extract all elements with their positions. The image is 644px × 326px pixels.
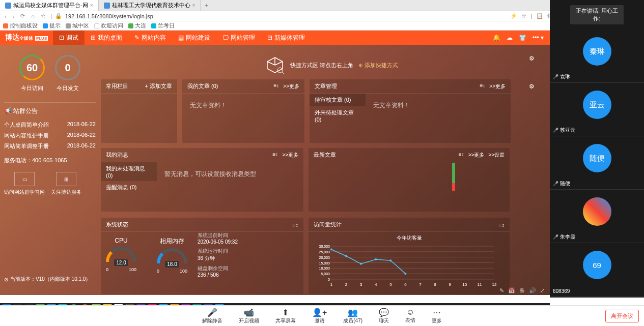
svg-text:10,000: 10,000 [319,266,330,270]
close-icon[interactable]: × [90,3,93,8]
debug-icon: ⊡ [59,34,64,41]
shirt-icon[interactable]: 👕 [519,34,526,41]
bell-icon[interactable]: 🔔 [493,34,500,41]
bookmark-icon[interactable]: ☆ [521,13,526,19]
edit-icon[interactable]: ✎ [499,287,504,294]
chat-button[interactable]: 💬聊天 [379,308,389,324]
nav-desktop[interactable]: ⊞我的桌面 [85,31,128,45]
monitor-icon: 🖵 [222,34,229,41]
gear-icon[interactable]: ⚙ [529,55,535,62]
add-article-link[interactable]: + 添加文章 [145,82,172,90]
bookmark-item[interactable]: 兰考日 [151,22,175,29]
cube-icon [265,55,285,75]
address-bar: ‹ › ⟳ ⌂ ☆ | 🔒 192.168.1.56:8080/system/l… [0,11,644,21]
more-link[interactable]: >>更多 [489,83,506,90]
nav-build[interactable]: ▤网站建设 [172,31,216,45]
more-icon: ⋯ [432,308,442,317]
tab-1[interactable]: 城运局校全媒体群管理平台-网× [0,0,99,11]
visit-stats-card: 访问量统计≡↕ 今年访客量 05,00010,00015,00020,00025… [309,218,510,294]
list-icon[interactable]: ≡↕ [273,83,279,90]
tab-unread[interactable]: 我的未处理消息 (0) [101,162,157,181]
more-link[interactable]: >>更多 [468,152,485,159]
visit-chart: 05,00010,00015,00020,00025,00030,0001234… [314,244,497,287]
share-button[interactable]: ⬆共享屏幕 [275,308,296,324]
nav-media[interactable]: ⊟新媒体管理 [261,31,311,45]
lightning-icon[interactable]: ⚡ [510,13,517,19]
bookmark-item[interactable]: 控制面板设 [3,22,38,29]
print-icon[interactable]: 🖶 [519,287,525,294]
add-shortcut-link[interactable]: ⊕ 添加快捷方式 [358,62,398,69]
posts-gauge: 0 今日发文 [55,55,80,92]
participant[interactable]: 🎤朱李霞 [550,190,644,243]
svg-text:2: 2 [345,282,348,287]
more-link[interactable]: >>更多 [282,152,298,159]
shortcut-area: 快捷方式区 请点击右上角 ⊕ 添加快捷方式 [265,55,398,75]
nav-content[interactable]: ✎网站内容 [128,31,172,45]
close-icon[interactable]: × [192,3,195,8]
common-columns-card: 常用栏目+ 添加文章 [101,79,177,143]
empty-text: 暂无消息，可以设置接收消息类型 [157,162,264,212]
svg-text:0: 0 [328,278,330,281]
home-button[interactable]: ⌂ [30,13,36,19]
announce-item[interactable]: 个人桌面简单介绍2018-06-22 [4,120,96,130]
invite-button[interactable]: 👤+邀请 [312,308,327,324]
participant[interactable]: 69 608369 [550,243,644,297]
announce-item[interactable]: 网站内容维护手册2018-06-22 [4,130,96,141]
back-button[interactable]: ‹ [3,13,8,19]
scroll-indicator[interactable] [452,183,455,191]
members-button[interactable]: 👥成员(47) [343,308,362,324]
unmute-button[interactable]: 🎤解除静音 [202,308,222,324]
announce-item[interactable]: 网站简单调整手册2018-06-22 [4,141,96,152]
mic-icon: 🎤 [553,181,558,186]
service-tel: 服务电话：400-605-1065 [4,157,96,164]
svg-text:12: 12 [492,282,497,287]
gear-icon[interactable]: ⚙ [529,83,535,90]
bookmark-item[interactable]: 提示 [43,22,61,29]
tab-pending[interactable]: 待审核文章 (0) [310,94,366,106]
tab-external[interactable]: 外来待处理文章 (0) [310,106,366,125]
list-icon[interactable]: ≡↕ [272,152,278,159]
svg-text:6: 6 [404,282,407,287]
sound-icon[interactable]: 🔊 [529,287,536,294]
tab-reminder[interactable]: 提醒消息 (0) [101,181,157,194]
empty-text: 无文章资料！ [182,94,304,117]
participant[interactable]: 秦琳 🎤袁琳 [550,29,644,83]
svg-text:15,000: 15,000 [319,261,330,265]
list-icon[interactable]: ≡↕ [292,222,298,228]
nav-debug[interactable]: ⊡调试 [53,31,85,45]
star-icon[interactable]: ☆ [39,13,47,19]
list-icon[interactable]: ≡↕ [459,152,464,159]
bookmark-item[interactable]: 城中区 [66,22,89,29]
more-button[interactable]: ⋯更多 [432,308,442,324]
expand-icon[interactable]: ⤢ [540,287,545,294]
leave-button[interactable]: 离开会议 [605,310,639,322]
svg-text:1: 1 [330,282,333,287]
nav-manage[interactable]: 🖵网站管理 [216,31,261,45]
chevron-down-icon[interactable]: ▼ [550,297,644,298]
list-icon[interactable]: ≡↕ [498,222,505,228]
user-menu[interactable]: ••• ▾ [533,34,544,41]
video-button[interactable]: 📹开启视频 [239,308,259,324]
new-tab-button[interactable]: + [201,2,212,9]
more-link[interactable]: >>更多 [283,83,299,90]
calendar-icon[interactable]: 📅 [508,287,515,294]
learn-button[interactable]: ▭访问网站群学习网 [4,172,45,196]
settings-link[interactable]: >>设置 [488,152,505,159]
emoji-button[interactable]: ☺表情 [405,308,415,324]
reload-button[interactable]: ⟳ [19,13,26,19]
list-icon[interactable]: ≡↕ [480,83,485,90]
url-input[interactable]: 192.168.1.56:8080/system/login.jsp [65,13,320,19]
meeting-panel: 正在讲话: 用心工作; 秦琳 🎤袁琳 亚云 🎤苏亚云 随便 🎤随便 🎤朱李霞 6… [550,0,644,298]
forward-button[interactable]: › [11,13,16,19]
svg-text:11: 11 [477,282,482,287]
app-header: 博达全媒体 PLUS ⊡调试 ⊞我的桌面 ✎网站内容 ▤网站建设 🖵网站管理 ⊟… [0,31,550,45]
svg-point-16 [330,249,332,251]
participant[interactable]: 亚云 🎤苏亚云 [550,83,644,136]
bookmark-item[interactable]: 大连 [128,22,146,29]
follow-button[interactable]: ⊞关注博达服务 [51,172,81,196]
participant[interactable]: 随便 🎤随便 [550,136,644,190]
bookmark-item[interactable]: 欢迎访问 [94,22,123,29]
tab-2[interactable]: 桂林理工大学现代教育技术中心× [99,0,201,11]
scroll-indicator[interactable] [452,163,455,183]
cloud-icon[interactable]: ☁ [507,34,513,41]
